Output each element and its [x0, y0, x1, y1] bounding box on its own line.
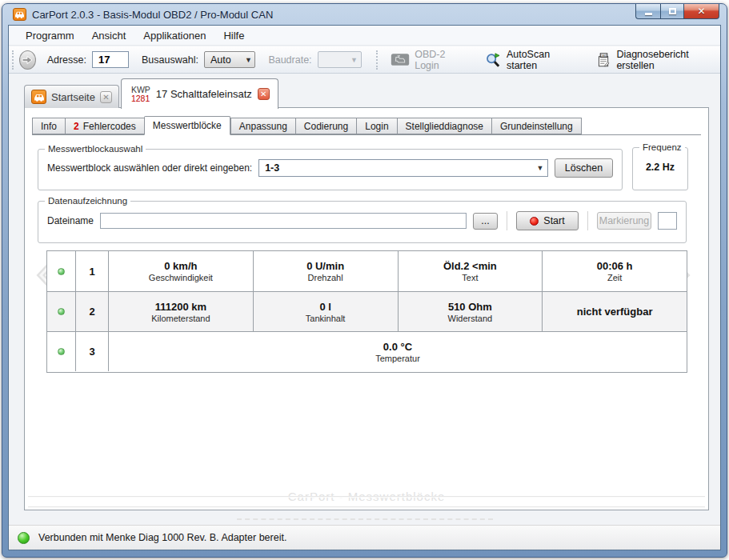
engine-icon	[391, 52, 410, 67]
autoscan-label: AutoScan starten	[507, 49, 573, 71]
minimize-button[interactable]	[635, 4, 660, 19]
maximize-icon	[669, 8, 676, 14]
green-status-led-icon	[58, 348, 65, 355]
measurement-cell: 111200 kmKilometerstand	[108, 291, 253, 331]
markierung-button: Markierung	[597, 212, 651, 230]
window-title: CarPort 2.0.3 - Basis-Modul OBD2 / Pro-M…	[32, 9, 273, 21]
chevron-down-icon: ▼	[348, 56, 361, 64]
chevron-down-icon: ▼	[242, 56, 254, 64]
app-window: CarPort 2.0.3 - Basis-Modul OBD2 / Pro-M…	[2, 3, 727, 558]
subtab-info[interactable]: Info	[32, 118, 65, 134]
measurement-cell: 0 lTankinhalt	[253, 291, 398, 331]
measurement-value: nicht verfügbar	[577, 306, 653, 318]
maximize-button[interactable]	[660, 4, 683, 19]
row-number: 3	[89, 346, 94, 358]
markierung-label: Markierung	[599, 215, 650, 226]
block-select-value: 1-3	[259, 162, 279, 174]
tab-startseite[interactable]: Startseite ✕	[24, 85, 119, 108]
loeschen-label: Löschen	[565, 162, 603, 174]
diagnose-report-label: Diagnosebericht erstellen	[616, 49, 714, 71]
datenaufzeichnung-legend: Datenaufzeichnung	[45, 196, 130, 206]
subtab-stellglieddiagnose[interactable]: Stellglieddiagnose	[397, 118, 491, 134]
busauswahl-value: Auto	[210, 54, 231, 66]
right-arrow-icon	[22, 55, 33, 65]
menu-item-ansicht[interactable]: Ansicht	[83, 27, 135, 44]
measurement-label: Kilometerstand	[151, 314, 210, 323]
start-button[interactable]: Start	[516, 211, 579, 230]
protocol-code: 1281	[131, 94, 150, 103]
subtab-label: Fehlercodes	[83, 121, 136, 132]
tab-schalttafeleinsatz[interactable]: KWP 1281 17 Schalttafeleinsatz ✕	[121, 78, 278, 109]
toolbar-grip	[376, 50, 380, 70]
busauswahl-label: Busauswahl:	[142, 54, 198, 66]
status-message: Verbunden mit Menke Diag 1000 Rev. B. Ad…	[38, 532, 286, 543]
close-button[interactable]: ✕	[683, 4, 719, 19]
measurement-label: Tankinhalt	[306, 314, 346, 323]
measuring-blocks-table: 10 km/hGeschwindigkeit0 U/minDrehzahlÖld…	[46, 250, 687, 373]
row-number-cell: 2	[75, 291, 108, 331]
markierung-input[interactable]	[658, 212, 677, 230]
obd2-login-label: OBD-2 Login	[415, 49, 464, 71]
obd-report-icon: OBD	[596, 51, 611, 69]
measurement-cell: 00:06 hZeit	[542, 251, 687, 291]
adresse-input[interactable]	[92, 51, 129, 68]
etched-line	[28, 506, 705, 508]
measurement-value: 0 l	[319, 301, 330, 313]
baudrate-select: ▼	[318, 51, 362, 68]
measurement-value: 111200 km	[155, 301, 206, 313]
green-status-led-icon	[58, 268, 65, 275]
autoscan-button[interactable]: AutoScan starten	[479, 46, 579, 74]
tab-startseite-close-icon[interactable]: ✕	[100, 91, 112, 103]
window-controls: ✕	[635, 4, 719, 19]
subtab-label: Stellglieddiagnose	[406, 121, 483, 132]
connect-arrow-button[interactable]	[19, 50, 36, 70]
obd2-login-button: OBD-2 Login	[384, 46, 471, 74]
browse-label: ...	[481, 215, 489, 226]
dateiname-input[interactable]	[100, 213, 467, 229]
titlebar: CarPort 2.0.3 - Basis-Modul OBD2 / Pro-M…	[2, 4, 727, 25]
separator	[507, 211, 507, 230]
measurement-value: 0.0 °C	[383, 341, 412, 353]
connection-status-led-icon	[18, 532, 30, 544]
messwertbloecke-panel: Info2FehlercodesMesswertblöckeAnpassungC…	[24, 107, 709, 510]
browse-button[interactable]: ...	[473, 213, 498, 230]
row-number: 2	[89, 306, 94, 318]
measurement-cell: 0 U/minDrehzahl	[253, 251, 398, 291]
frequenz-legend: Frequenz	[639, 142, 685, 152]
block-select-label: Messwertblock auswählen oder direkt eing…	[47, 162, 252, 174]
chevron-down-icon: ▼	[533, 164, 547, 172]
diagnose-report-button[interactable]: OBD Diagnosebericht erstellen	[590, 46, 720, 74]
block-select-combo[interactable]: 1-3 ▼	[258, 159, 548, 177]
tab-startseite-label: Startseite	[51, 91, 95, 103]
subtab-label: Anpassung	[239, 121, 287, 132]
etched-line	[28, 496, 705, 498]
row-number-cell: 3	[75, 331, 108, 371]
frequenz-value: 2.2 Hz	[633, 162, 687, 173]
measurement-label: Temperatur	[375, 354, 420, 363]
menu-item-applikationen[interactable]: Applikationen	[134, 27, 214, 44]
toolbar-grip	[12, 50, 16, 70]
measurement-label: Widerstand	[448, 314, 493, 323]
subtab-grundeinstellung[interactable]: Grundeinstellung	[491, 118, 582, 134]
tab-schalttafeleinsatz-close-icon[interactable]: ✕	[258, 88, 270, 100]
measurement-value: 510 Ohm	[448, 301, 492, 313]
subtab-label: Info	[41, 121, 57, 132]
subtab-label: Login	[365, 121, 388, 132]
subtab-codierung[interactable]: Codierung	[295, 118, 356, 134]
subtab-fehlercodes[interactable]: 2Fehlercodes	[65, 118, 144, 134]
menu-item-hilfe[interactable]: Hilfe	[214, 27, 253, 44]
measurement-value: Öld.2 <min	[443, 260, 497, 272]
subtab-login[interactable]: Login	[356, 118, 396, 134]
app-car-icon	[13, 8, 26, 21]
subtab-messwertblöcke[interactable]: Messwertblöcke	[144, 116, 230, 135]
start-label: Start	[543, 215, 564, 226]
subtab-anpassung[interactable]: Anpassung	[230, 118, 295, 134]
measurement-label: Zeit	[607, 273, 622, 282]
subtab-label: Messwertblöcke	[153, 120, 222, 131]
row-number: 1	[89, 266, 94, 278]
green-status-led-icon	[58, 308, 65, 315]
menu-item-programm[interactable]: Programm	[17, 27, 83, 44]
measurement-value: 0 U/min	[306, 260, 344, 272]
busauswahl-select[interactable]: Auto ▼	[204, 51, 255, 68]
loeschen-button[interactable]: Löschen	[555, 158, 613, 178]
